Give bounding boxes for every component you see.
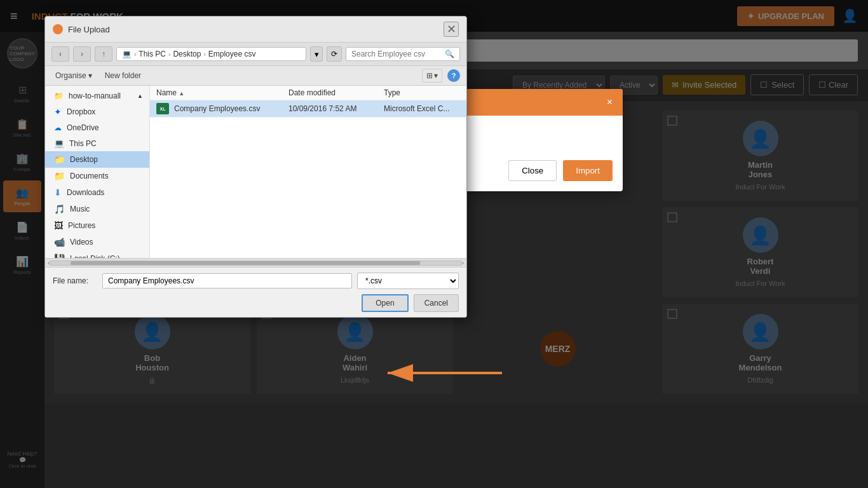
scroll-thumb[interactable]	[71, 261, 420, 265]
folder-icon-how-to-manual: 📁	[54, 92, 64, 100]
file-name-input[interactable]	[102, 273, 352, 288]
left-panel-item-documents[interactable]: 📁 Documents	[45, 168, 149, 184]
path-arrow-2: ›	[168, 51, 170, 58]
search-box: 🔍	[346, 47, 460, 61]
left-panel-item-this-pc[interactable]: 💻 This PC	[45, 135, 149, 151]
col-name-header[interactable]: Name ▲	[156, 88, 288, 97]
file-list-header: Name ▲ Date modified Type	[150, 86, 466, 100]
dialog-content: 📁 how-to-manuall ▲ ✦ Dropbox ☁ OneDrive …	[45, 86, 466, 258]
import-modal-close-button[interactable]: ×	[607, 97, 613, 108]
back-button[interactable]: ‹	[51, 46, 69, 62]
music-icon: 🎵	[54, 204, 65, 214]
path-this-pc[interactable]: This PC	[139, 50, 166, 58]
path-display: 💻 › This PC › Desktop › Employee csv	[116, 47, 306, 61]
left-panel-item-dropbox[interactable]: ✦ Dropbox	[45, 104, 149, 120]
downloads-icon: ⬇	[54, 187, 62, 198]
pc-icon: 💻	[54, 139, 64, 148]
dialog-title-text: File Upload	[68, 25, 110, 34]
view-dropdown-icon: ▾	[434, 71, 438, 80]
documents-icon: 📁	[54, 171, 65, 181]
scroll-right-arrow[interactable]: ›	[462, 260, 464, 266]
organise-dropdown-icon: ▾	[88, 71, 92, 80]
left-panel-item-pictures[interactable]: 🖼 Pictures	[45, 217, 149, 234]
dialog-search-input[interactable]	[351, 50, 441, 58]
left-panel-item-downloads[interactable]: ⬇ Downloads	[45, 184, 149, 201]
new-folder-button[interactable]: New folder	[101, 69, 145, 82]
csv-icon-graphic: XL	[156, 103, 169, 114]
forward-button[interactable]: ›	[73, 46, 91, 62]
path-desktop[interactable]: Desktop	[173, 50, 201, 58]
col-date-header[interactable]: Date modified	[288, 88, 384, 97]
cancel-button[interactable]: Cancel	[414, 294, 459, 312]
dialog-title-bar: File Upload ✕	[45, 17, 466, 43]
arrow-annotation	[375, 357, 515, 391]
col-type-header[interactable]: Type	[384, 88, 460, 97]
file-name-row: File name: *.csv	[53, 273, 459, 289]
app-background: ≡ INDUCT FOR WORK ✦ UPGRADE PLAN 👤 YOURC…	[0, 0, 868, 488]
organise-button[interactable]: Organise ▾	[51, 69, 96, 82]
path-dropdown-button[interactable]: ▾	[310, 46, 323, 62]
disk-icon: 💾	[54, 254, 65, 258]
import-modal-close-btn[interactable]: Close	[508, 160, 557, 181]
refresh-button[interactable]: ⟳	[327, 46, 342, 62]
file-name-company-employees: Company Employees.csv	[174, 104, 288, 113]
horizontal-scrollbar[interactable]: ‹ ›	[45, 258, 466, 267]
left-panel-item-onedrive[interactable]: ☁ OneDrive	[45, 120, 149, 135]
left-panel-item-desktop[interactable]: 📁 Desktop	[45, 151, 149, 168]
view-icon: ⊞	[426, 71, 433, 80]
left-panel-item-music[interactable]: 🎵 Music	[45, 201, 149, 217]
right-panel: Name ▲ Date modified Type XL Comp	[150, 86, 466, 258]
path-icon: 💻	[122, 50, 132, 58]
firefox-icon	[53, 24, 63, 34]
onedrive-icon: ☁	[54, 123, 62, 132]
open-button[interactable]: Open	[362, 294, 408, 312]
path-arrow-1: ›	[134, 51, 136, 58]
dialog-buttons: Open Cancel	[53, 294, 459, 312]
dialog-close-button[interactable]: ✕	[444, 22, 459, 37]
import-modal-import-btn[interactable]: Import	[563, 160, 613, 181]
dialog-toolbar: Organise ▾ New folder ⊞ ▾ ?	[45, 66, 466, 86]
path-arrow-3: ›	[203, 51, 205, 58]
desktop-folder-icon: 📁	[54, 154, 65, 165]
pictures-icon: 🖼	[54, 220, 63, 231]
left-panel-item-videos[interactable]: 📹 Videos	[45, 234, 149, 250]
dialog-search-icon: 🔍	[445, 50, 454, 58]
dialog-bottom: File name: *.csv Open Cancel	[45, 267, 466, 317]
file-type-select[interactable]: *.csv	[357, 273, 459, 289]
file-upload-dialog: File Upload ✕ ‹ › ↑ 💻 › This PC › Deskto…	[44, 16, 467, 318]
scroll-track[interactable]	[50, 261, 462, 266]
dialog-nav: ‹ › ↑ 💻 › This PC › Desktop › Employee c…	[45, 43, 466, 66]
up-button[interactable]: ↑	[95, 46, 112, 62]
arrow-icon-how-to-manual: ▲	[137, 93, 143, 99]
sort-arrow-icon: ▲	[179, 90, 184, 97]
left-panel: 📁 how-to-manuall ▲ ✦ Dropbox ☁ OneDrive …	[45, 86, 150, 258]
orange-arrow-svg	[375, 357, 515, 389]
left-panel-item-local-disk[interactable]: 💾 Local Disk (C:)	[45, 250, 149, 258]
file-row-company-employees[interactable]: XL Company Employees.csv 10/09/2016 7:52…	[150, 100, 466, 118]
help-button[interactable]: ?	[447, 69, 460, 82]
path-employee-csv[interactable]: Employee csv	[208, 50, 256, 58]
file-name-label: File name:	[53, 276, 97, 285]
videos-icon: 📹	[54, 237, 65, 247]
csv-file-icon: XL	[156, 104, 169, 114]
dialog-title: File Upload	[53, 24, 110, 34]
file-date-company-employees: 10/09/2016 7:52 AM	[288, 104, 384, 113]
left-panel-item-how-to-manual[interactable]: 📁 how-to-manuall ▲	[45, 88, 149, 104]
view-button[interactable]: ⊞ ▾	[422, 69, 442, 83]
dropbox-icon: ✦	[54, 107, 62, 117]
file-type-company-employees: Microsoft Excel C...	[384, 104, 460, 113]
